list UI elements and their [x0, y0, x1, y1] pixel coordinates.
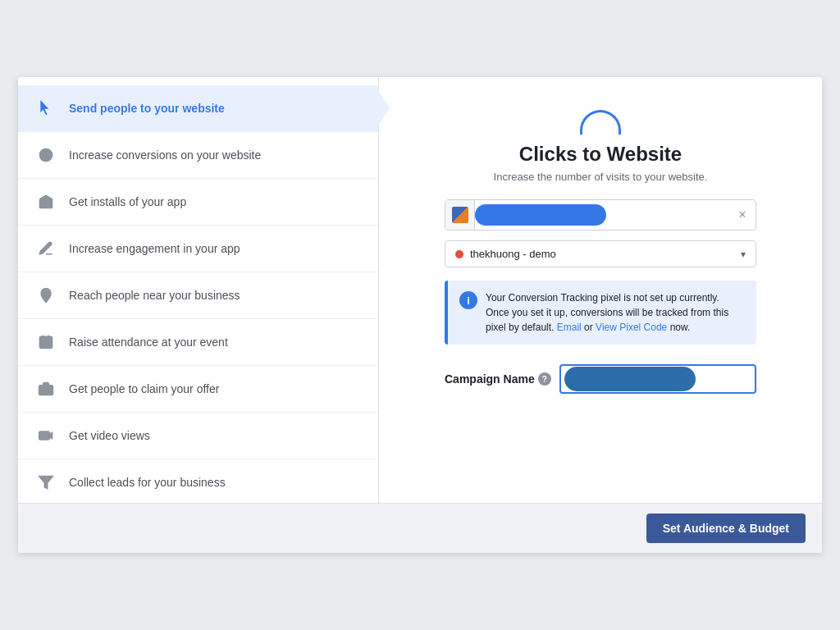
arc-decoration	[580, 110, 621, 135]
sidebar-item-send-people[interactable]: Send people to your website	[18, 85, 378, 132]
info-or-text: or	[584, 322, 596, 333]
campaign-name-input[interactable]	[559, 364, 756, 394]
sidebar-item-label: Increase engagement in your app	[69, 242, 240, 255]
url-input-inner	[475, 203, 729, 228]
panel-subtitle: Increase the number of visits to your we…	[494, 171, 708, 183]
info-viewcode-link[interactable]: View Pixel Code	[596, 322, 667, 333]
sidebar-item-label: Collect leads for your business	[69, 476, 226, 489]
dropdown-arrow-icon: ▾	[741, 249, 746, 260]
sidebar-item-increase-engagement[interactable]: Increase engagement in your app	[18, 226, 378, 272]
sidebar-item-label: Send people to your website	[69, 102, 225, 115]
campaign-name-label: Campaign Name ?	[445, 372, 551, 386]
info-icon: i	[459, 291, 477, 309]
pen-icon	[34, 237, 57, 260]
right-panel: Clicks to Website Increase the number of…	[379, 77, 822, 553]
campaign-input-wrapper	[559, 364, 756, 394]
favicon-container	[445, 200, 475, 230]
video-icon	[34, 424, 57, 447]
info-suffix-text: now.	[670, 322, 691, 333]
sidebar-item-label: Reach people near your business	[69, 289, 240, 302]
sidebar-item-raise-attendance[interactable]: Raise attendance at your event	[18, 319, 378, 366]
sidebar-item-label: Get video views	[69, 429, 150, 442]
sidebar: Send people to your website Increase con…	[18, 77, 379, 553]
location-icon	[34, 284, 57, 307]
favicon-image	[452, 207, 468, 223]
panel-top-icon	[576, 102, 625, 135]
account-status-dot	[455, 250, 463, 258]
funnel-icon	[34, 471, 57, 494]
info-text-content: Your Conversion Tracking pixel is not se…	[486, 290, 745, 335]
account-name-label: thekhuong - demo	[470, 248, 741, 260]
sidebar-item-reach-people[interactable]: Reach people near your business	[18, 272, 378, 319]
info-email-link[interactable]: Email	[557, 322, 582, 333]
globe-icon	[34, 144, 57, 167]
url-input[interactable]	[475, 203, 729, 228]
campaign-name-row: Campaign Name ?	[445, 364, 756, 394]
svg-point-6	[44, 291, 48, 294]
svg-rect-7	[40, 336, 52, 348]
sidebar-item-video-views[interactable]: Get video views	[18, 413, 378, 459]
cursor-icon	[34, 97, 57, 120]
sidebar-item-label: Raise attendance at your event	[69, 336, 228, 349]
panel-title: Clicks to Website	[519, 143, 682, 166]
help-icon[interactable]: ?	[538, 372, 551, 386]
svg-rect-15	[39, 431, 50, 440]
sidebar-item-increase-conversions[interactable]: Increase conversions on your website	[18, 132, 378, 179]
sidebar-item-label: Get installs of your app	[69, 195, 186, 208]
box-icon	[34, 190, 57, 213]
svg-point-1	[43, 149, 49, 162]
main-container: Send people to your website Increase con…	[18, 77, 822, 553]
sidebar-item-label: Increase conversions on your website	[69, 148, 261, 162]
sidebar-item-label: Get people to claim your offer	[69, 382, 219, 395]
info-box: i Your Conversion Tracking pixel is not …	[445, 281, 756, 345]
url-input-row: ×	[445, 199, 756, 231]
sidebar-item-collect-leads[interactable]: Collect leads for your business	[18, 459, 378, 506]
set-audience-button[interactable]: Set Audience & Budget	[646, 514, 806, 543]
bottom-bar: Set Audience & Budget	[18, 503, 822, 553]
sidebar-item-claim-offer[interactable]: Get people to claim your offer	[18, 366, 378, 413]
svg-rect-11	[43, 344, 46, 346]
account-selector[interactable]: thekhuong - demo ▾	[445, 240, 756, 267]
offer-icon	[34, 377, 57, 400]
sidebar-item-get-installs[interactable]: Get installs of your app	[18, 179, 378, 226]
svg-marker-17	[39, 477, 53, 489]
calendar-icon	[34, 331, 57, 354]
url-clear-button[interactable]: ×	[729, 200, 756, 230]
